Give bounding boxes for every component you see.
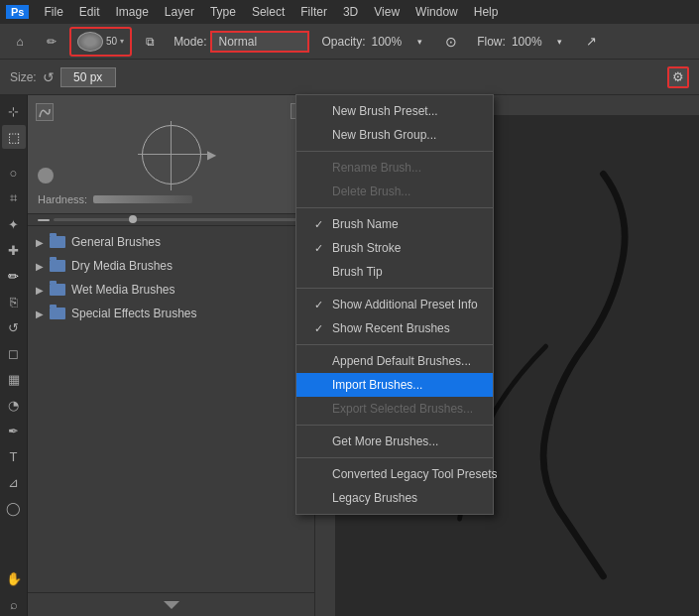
- brush-tool-button[interactable]: ✏: [38, 28, 65, 56]
- paint-brush-icon[interactable]: ✏: [2, 264, 26, 288]
- folder-icon-2: [50, 260, 65, 272]
- eyedropper-tool-icon[interactable]: ✦: [2, 212, 26, 236]
- hardness-label: Hardness:: [38, 193, 87, 205]
- dropdown-label-13: Append Default Brushes...: [332, 354, 471, 368]
- hardness-bar: [93, 195, 192, 203]
- brush-preset-picker[interactable]: 50 ▾: [69, 27, 132, 57]
- brush-preview-area: ▶ + Hardness:: [28, 95, 314, 214]
- brush-size-display: 50: [106, 36, 117, 47]
- menu-image[interactable]: Image: [109, 3, 156, 21]
- dropdown-item-1[interactable]: New Brush Group...: [296, 123, 493, 147]
- dropdown-item-15: Export Selected Brushes...: [296, 397, 493, 421]
- size-input[interactable]: [60, 67, 116, 87]
- ps-logo: Ps: [6, 5, 29, 19]
- size-slider[interactable]: [54, 218, 304, 221]
- menu-3d[interactable]: 3D: [336, 3, 365, 21]
- options-bar: Size: ↺ ⚙: [0, 60, 699, 95]
- size-indicator-small: [38, 219, 50, 221]
- clone-tool-icon[interactable]: ⎘: [2, 290, 26, 313]
- blur-tool-icon[interactable]: ◔: [2, 393, 26, 417]
- path-tool-icon[interactable]: ⊿: [2, 470, 26, 494]
- opacity-label: Opacity:: [321, 35, 365, 49]
- crop-tool-icon[interactable]: ⌗: [2, 186, 26, 210]
- pen-tool-icon[interactable]: ✒: [2, 419, 26, 442]
- home-button[interactable]: ⌂: [6, 28, 34, 56]
- menu-view[interactable]: View: [367, 3, 407, 21]
- dropdown-item-14[interactable]: Import Brushes...: [296, 373, 493, 397]
- folder-icon-4: [50, 308, 65, 319]
- dropdown-item-0[interactable]: New Brush Preset...: [296, 99, 493, 123]
- menu-window[interactable]: Window: [408, 3, 465, 21]
- flow-chevron-icon[interactable]: ▾: [546, 28, 574, 56]
- dropdown-label-14: Import Brushes...: [332, 378, 422, 392]
- gradient-tool-icon[interactable]: ▦: [2, 367, 26, 391]
- folder-icon: [50, 236, 65, 248]
- dropdown-divider-12: [296, 344, 493, 345]
- dropdown-divider-9: [296, 288, 493, 289]
- menu-filter[interactable]: Filter: [293, 3, 334, 21]
- arrow-right-icon: ▶: [207, 148, 216, 162]
- check-icon-11: ✓: [314, 322, 326, 335]
- dropdown-item-10[interactable]: ✓Show Additional Preset Info: [296, 293, 493, 316]
- brush-group-special-label: Special Effects Brushes: [71, 307, 197, 320]
- menu-file[interactable]: File: [37, 3, 69, 21]
- healing-tool-icon[interactable]: ✚: [2, 238, 26, 262]
- mode-label: Mode:: [174, 35, 206, 49]
- airbrush-toggle[interactable]: ⊙: [437, 28, 465, 56]
- chevron-right-icon-2: ▶: [36, 261, 44, 272]
- move-tool-icon[interactable]: ⊹: [2, 99, 26, 123]
- chevron-down-icon: ▾: [120, 37, 124, 46]
- menu-help[interactable]: Help: [467, 3, 506, 21]
- dropdown-item-20[interactable]: Legacy Brushes: [296, 486, 493, 510]
- brush-preview-thumbnail: [77, 32, 103, 52]
- history-tool-icon[interactable]: ↺: [2, 315, 26, 339]
- check-icon-10: ✓: [314, 299, 326, 311]
- flow-value: 100%: [512, 35, 542, 49]
- brush-list: ▶ General Brushes ▶ Dry Media Brushes ▶ …: [28, 226, 314, 592]
- crosshair-vertical: [171, 121, 172, 190]
- shape-tool-icon[interactable]: ◯: [2, 496, 26, 520]
- brush-group-general[interactable]: ▶ General Brushes: [28, 230, 314, 254]
- blend-mode-select[interactable]: Normal: [210, 31, 309, 53]
- type-tool-icon[interactable]: T: [2, 444, 26, 468]
- dropdown-item-7[interactable]: ✓Brush Stroke: [296, 236, 493, 260]
- brush-group-special[interactable]: ▶ Special Effects Brushes: [28, 302, 314, 325]
- dropdown-item-11[interactable]: ✓Show Recent Brushes: [296, 316, 493, 340]
- brush-options-gear-button[interactable]: ⚙: [667, 66, 689, 88]
- smoothing-button[interactable]: ↗: [578, 28, 606, 56]
- dropdown-item-19[interactable]: Converted Legacy Tool Presets: [296, 462, 493, 486]
- dropdown-label-6: Brush Name: [332, 217, 399, 231]
- brush-settings-button[interactable]: ⧉: [136, 28, 164, 56]
- dropdown-label-7: Brush Stroke: [332, 241, 401, 255]
- dropdown-item-6[interactable]: ✓Brush Name: [296, 212, 493, 236]
- dropdown-item-8[interactable]: Brush Tip: [296, 260, 493, 284]
- brush-group-wet-label: Wet Media Brushes: [71, 283, 175, 297]
- brush-group-wet[interactable]: ▶ Wet Media Brushes: [28, 278, 314, 302]
- dropdown-divider-2: [296, 151, 493, 152]
- menu-edit[interactable]: Edit: [72, 3, 107, 21]
- reset-size-icon[interactable]: ↺: [43, 69, 55, 85]
- dropdown-label-1: New Brush Group...: [332, 128, 436, 142]
- hand-tool-icon[interactable]: ✋: [2, 566, 26, 590]
- brush-stroke-small[interactable]: [36, 103, 54, 121]
- lasso-tool-icon[interactable]: ○: [2, 161, 26, 185]
- menu-layer[interactable]: Layer: [158, 3, 201, 21]
- dropdown-item-13[interactable]: Append Default Brushes...: [296, 349, 493, 373]
- brush-group-general-label: General Brushes: [71, 235, 161, 249]
- collapse-icon[interactable]: [164, 601, 179, 609]
- zoom-tool-icon[interactable]: ⌕: [2, 592, 26, 616]
- brush-options-dropdown: New Brush Preset...New Brush Group...Ren…: [295, 94, 494, 515]
- opacity-chevron-icon[interactable]: ▾: [406, 28, 433, 56]
- brush-group-dry[interactable]: ▶ Dry Media Brushes: [28, 254, 314, 278]
- check-icon-7: ✓: [314, 242, 326, 255]
- size-label: Size:: [10, 70, 37, 84]
- folder-icon-3: [50, 284, 65, 296]
- dropdown-item-3: Rename Brush...: [296, 156, 493, 180]
- menu-type[interactable]: Type: [203, 3, 243, 21]
- dropdown-divider-5: [296, 207, 493, 208]
- selection-tool-icon[interactable]: ⬚: [2, 125, 26, 149]
- dropdown-item-17[interactable]: Get More Brushes...: [296, 430, 493, 453]
- menu-select[interactable]: Select: [245, 3, 291, 21]
- dropdown-item-4: Delete Brush...: [296, 180, 493, 203]
- eraser-tool-icon[interactable]: ◻: [2, 341, 26, 365]
